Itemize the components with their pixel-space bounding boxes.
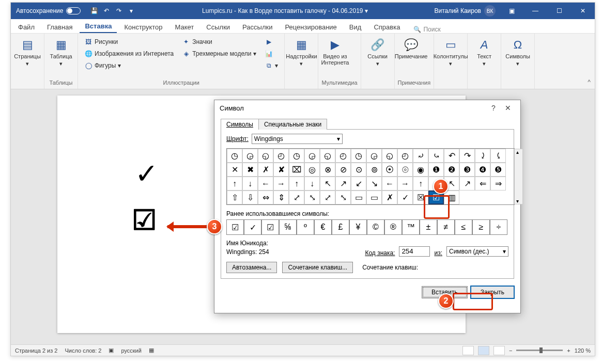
web-layout-button[interactable] [493, 346, 505, 355]
symbol-cell[interactable]: ⊘ [335, 163, 351, 177]
symbol-cell[interactable]: ↙ [351, 177, 366, 191]
dialog-close-button[interactable]: ✕ [501, 104, 515, 112]
symbol-cell[interactable]: ◉ [413, 163, 428, 177]
language-status[interactable]: русский [121, 347, 141, 354]
symbol-cell[interactable]: ◷ [351, 149, 366, 163]
symbol-cell[interactable]: ⇐ [475, 177, 490, 191]
symbol-cell[interactable]: ◴ [397, 149, 413, 163]
links-button[interactable]: 🔗Ссылки▾ [364, 36, 391, 78]
symbol-cell[interactable]: ▭ [366, 191, 382, 204]
maximize-button[interactable]: ☐ [547, 3, 571, 19]
tab-file[interactable]: Файл [13, 21, 40, 33]
recent-symbol-cell[interactable]: ☑ [261, 219, 279, 235]
read-mode-button[interactable] [462, 346, 474, 355]
symbol-cell[interactable]: ◵ [320, 149, 335, 163]
screenshot-button[interactable]: ⧉▾ [263, 60, 280, 71]
zoom-slider[interactable] [516, 350, 563, 351]
symbol-cell[interactable]: ← [258, 177, 273, 191]
symbol-cell[interactable]: ↖ [320, 177, 335, 191]
symbol-cell[interactable]: ↓ [242, 177, 258, 191]
symbol-cell[interactable]: ↑ [227, 177, 242, 191]
text-button[interactable]: AТекст▾ [471, 36, 498, 78]
symbol-cell[interactable]: ⦾ [397, 163, 413, 177]
icons-button[interactable]: ✦Значки [180, 37, 258, 47]
symbol-cell[interactable]: ⇔ [258, 191, 273, 204]
ribbon-options-icon[interactable]: ▣ [500, 3, 523, 19]
tab-home[interactable]: Главная [42, 21, 78, 33]
symbol-cell[interactable]: → [397, 177, 413, 191]
symbol-cell[interactable]: ↶ [444, 149, 459, 163]
recent-symbols[interactable]: ☑✓☑⅝º€£¥©®™±≠≤≥÷ [226, 219, 508, 235]
symbol-cell[interactable]: ❶ [428, 163, 444, 177]
minimize-button[interactable]: — [523, 3, 547, 19]
symbol-cell[interactable]: ✗ [258, 163, 273, 177]
word-count[interactable]: Число слов: 2 [65, 347, 101, 354]
recent-symbol-cell[interactable]: º [297, 219, 314, 235]
symbol-cell[interactable]: ↘ [366, 177, 382, 191]
symbol-cell[interactable]: ❸ [459, 163, 475, 177]
symbol-cell[interactable]: ◷ [227, 149, 242, 163]
symbol-cell[interactable]: ◵ [258, 149, 273, 163]
symbol-cell[interactable]: ⊗ [320, 163, 335, 177]
tab-insert[interactable]: Вставка [80, 20, 117, 33]
symbols-button[interactable]: ΩСимволы▾ [504, 36, 531, 78]
symbol-cell[interactable]: → [273, 177, 289, 191]
recent-symbol-cell[interactable]: ≤ [455, 219, 472, 235]
shortcut-key-button[interactable]: Сочетание клавиш... [282, 262, 353, 273]
symbol-cell[interactable]: ◎ [304, 163, 320, 177]
recent-symbol-cell[interactable]: © [367, 219, 384, 235]
symbol-cell[interactable]: ⤢ [289, 191, 304, 204]
shapes-button[interactable]: ◯Фигуры▾ [82, 60, 176, 71]
close-dialog-button[interactable]: Закрыть [471, 286, 514, 298]
symbol-cell[interactable]: ◶ [242, 149, 258, 163]
user-account[interactable]: Виталий Каиров ВК [430, 5, 500, 17]
dialog-help-button[interactable]: ? [486, 104, 501, 112]
autosave-toggle[interactable]: Автосохранение [11, 7, 86, 14]
symbol-cell[interactable]: ⇧ [227, 191, 242, 204]
undo-icon[interactable]: ↶ [102, 7, 111, 15]
pages-button[interactable]: ▤Страницы▾ [14, 36, 41, 78]
recent-symbol-cell[interactable]: ¥ [349, 219, 367, 235]
recent-symbol-cell[interactable]: ⅝ [279, 219, 297, 235]
symbol-cell[interactable]: ↗ [335, 177, 351, 191]
recent-symbol-cell[interactable]: £ [332, 219, 349, 235]
autocorrect-button[interactable]: Автозамена... [226, 262, 277, 273]
macros-icon[interactable]: ▦ [149, 347, 154, 354]
addins-button[interactable]: ▦Надстройки▾ [288, 36, 315, 78]
qat-dropdown-icon[interactable]: ▾ [127, 7, 135, 15]
from-select[interactable]: Символ (дес.)▾ [446, 246, 508, 257]
symbol-cell[interactable]: ⤹ [490, 149, 506, 163]
recent-symbol-cell[interactable]: ≥ [472, 219, 490, 235]
symbol-cell[interactable]: ✗ [382, 191, 397, 204]
save-icon[interactable]: 💾 [90, 7, 98, 15]
tab-references[interactable]: Ссылки [201, 21, 235, 33]
code-input[interactable] [399, 246, 430, 257]
video-button[interactable]: ▶Видео из Интернета [321, 36, 348, 78]
recent-symbol-cell[interactable]: ® [384, 219, 402, 235]
tab-help[interactable]: Справка [368, 21, 405, 33]
symbol-cell[interactable]: ⤢ [320, 191, 335, 204]
redo-icon[interactable]: ↷ [115, 7, 123, 15]
grid-scrollbar[interactable] [514, 149, 523, 204]
symbol-cell[interactable]: ⇒ [490, 177, 506, 191]
symbol-cell[interactable]: ◴ [273, 149, 289, 163]
symbol-cell[interactable]: ❺ [490, 163, 506, 177]
collapse-ribbon-icon[interactable]: ^ [588, 78, 591, 86]
search-box[interactable]: 🔍 Поиск [413, 26, 440, 33]
chart-button[interactable]: 📊 [263, 49, 280, 59]
tab-special-chars[interactable]: Специальные знаки [258, 119, 327, 130]
pictures-button[interactable]: 🖼Рисунки [82, 37, 176, 47]
close-button[interactable]: ✕ [571, 3, 595, 19]
symbol-cell[interactable]: ⤡ [335, 191, 351, 204]
symbol-cell[interactable]: ◴ [335, 149, 351, 163]
symbol-cell[interactable]: ◷ [289, 149, 304, 163]
symbol-cell[interactable]: ⤿ [428, 149, 444, 163]
symbol-cell[interactable]: ⤾ [413, 149, 428, 163]
symbol-cell[interactable]: ⊙ [351, 163, 366, 177]
comment-button[interactable]: 💬Примечание [398, 36, 425, 78]
recent-symbol-cell[interactable]: ™ [402, 219, 420, 235]
tab-layout[interactable]: Макет [170, 21, 199, 33]
symbol-cell[interactable]: ◵ [382, 149, 397, 163]
header-footer-button[interactable]: ▭Колонтитулы▾ [437, 36, 464, 78]
symbol-cell[interactable]: ◶ [366, 149, 382, 163]
